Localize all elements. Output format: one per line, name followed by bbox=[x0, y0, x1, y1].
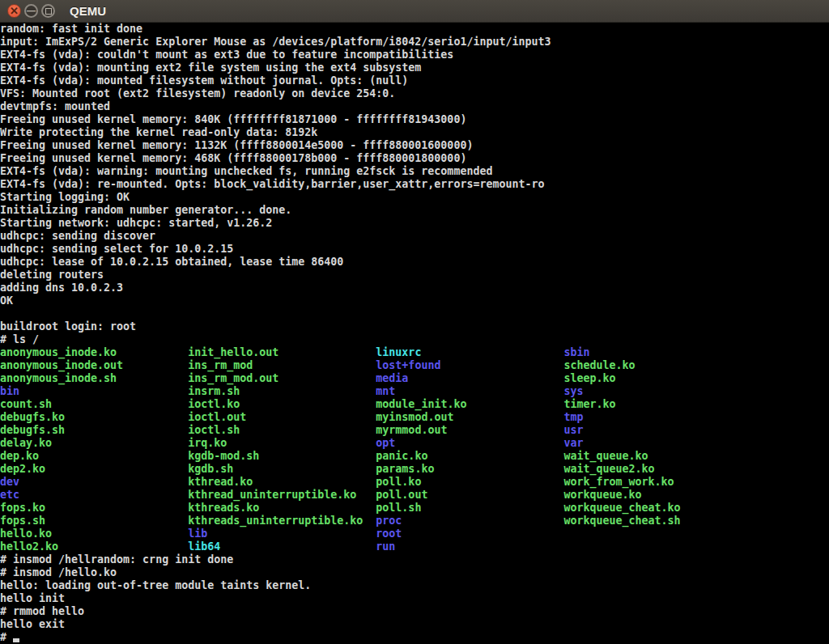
text-segment: EXT4-fs (vda): couldn't mount as ext3 du… bbox=[0, 49, 453, 61]
text-segment: adding dns 10.0.2.3 bbox=[0, 282, 123, 294]
text-segment: devtmpfs: mounted bbox=[0, 100, 110, 112]
console-log-line: deleting routers bbox=[0, 269, 829, 282]
console-log-line: input: ImExPS/2 Generic Explorer Mouse a… bbox=[0, 36, 829, 49]
text-segment: VFS: Mounted root (ext2 filesystem) read… bbox=[0, 87, 395, 100]
file-name: lib64 bbox=[188, 540, 376, 553]
file-name: params.ko bbox=[376, 463, 563, 475]
file-name: sleep.ko bbox=[564, 372, 752, 384]
file-name: run bbox=[376, 540, 563, 553]
file-name: anonymous_inode.sh bbox=[0, 372, 188, 384]
file-name: poll.sh bbox=[376, 502, 563, 514]
file-name: module_init.ko bbox=[376, 398, 563, 410]
ls-listing-row: dep.ko kgdb-mod.sh panic.ko wait_queue.k… bbox=[0, 450, 829, 463]
terminal-screen[interactable]: random: fast init doneinput: ImExPS/2 Ge… bbox=[0, 23, 829, 644]
text-segment: udhcpc: sending select for 10.0.2.15 bbox=[0, 243, 233, 255]
ls-listing-row: bin insrm.sh mnt sys bbox=[0, 385, 829, 398]
ls-listing-row: debugfs.ko ioctl.out myinsmod.out tmp bbox=[0, 411, 829, 424]
text-segment: Freeing unused kernel memory: 468K (ffff… bbox=[0, 152, 466, 164]
file-name: delay.ko bbox=[0, 437, 188, 449]
prompt-line: # bbox=[0, 631, 829, 644]
file-name: opt bbox=[376, 437, 563, 449]
file-name: mnt bbox=[376, 385, 563, 397]
text-segment: Starting network: udhcpc: started, v1.26… bbox=[0, 217, 272, 229]
console-log-line: Freeing unused kernel memory: 840K (ffff… bbox=[0, 113, 829, 126]
console-log-line: adding dns 10.0.2.3 bbox=[0, 282, 829, 294]
console-log-line: udhcpc: lease of 10.0.2.15 obtained, lea… bbox=[0, 256, 829, 269]
file-name: timer.ko bbox=[564, 398, 752, 410]
console-log-line: Freeing unused kernel memory: 468K (ffff… bbox=[0, 152, 829, 165]
text-segment: buildroot login: root bbox=[0, 320, 136, 333]
maximize-button[interactable] bbox=[41, 4, 55, 18]
file-name: dev bbox=[0, 476, 188, 488]
text-segment: Starting logging: OK bbox=[0, 191, 130, 203]
console-log-line: VFS: Mounted root (ext2 filesystem) read… bbox=[0, 87, 829, 100]
console-log-line: EXT4-fs (vda): re-mounted. Opts: block_v… bbox=[0, 178, 829, 191]
console-log-line: # insmod /hellrandom: crng init done bbox=[0, 553, 829, 566]
text-segment: # rmmod hello bbox=[0, 605, 84, 617]
minimize-button[interactable]: — bbox=[24, 4, 38, 18]
ls-listing-row: debugfs.sh ioctl.sh myrmmod.out usr bbox=[0, 424, 829, 437]
file-name: count.sh bbox=[0, 398, 188, 410]
ls-listing-row: fops.ko kthreads.ko poll.sh workqueue_ch… bbox=[0, 502, 829, 515]
text-segment: OK bbox=[0, 294, 13, 307]
text-segment: EXT4-fs (vda): warning: mounting uncheck… bbox=[0, 165, 492, 177]
file-name: dep2.ko bbox=[0, 463, 188, 475]
file-name: debugfs.ko bbox=[0, 411, 188, 423]
text-segment: udhcpc: lease of 10.0.2.15 obtained, lea… bbox=[0, 256, 343, 268]
file-name: sbin bbox=[564, 346, 752, 358]
text-segment: hello: loading out-of-tree module taints… bbox=[0, 579, 311, 591]
close-button[interactable]: ✕ bbox=[7, 4, 21, 18]
qemu-window: ✕ — QEMU random: fast init doneinput: Im… bbox=[0, 0, 829, 644]
console-log-line: # insmod /hello.ko bbox=[0, 566, 829, 579]
console-log-line: hello: loading out-of-tree module taints… bbox=[0, 579, 829, 592]
file-name: kgdb-mod.sh bbox=[188, 450, 376, 462]
file-name: hello.ko bbox=[0, 527, 188, 540]
file-name: init_hello.out bbox=[188, 346, 376, 358]
file-name: panic.ko bbox=[376, 450, 563, 462]
file-name: anonymous_inode.out bbox=[0, 359, 188, 371]
text-segment: hello init bbox=[0, 592, 65, 604]
text-segment: Freeing unused kernel memory: 840K (ffff… bbox=[0, 113, 466, 125]
file-name: insrm.sh bbox=[188, 385, 376, 397]
ls-listing-row: anonymous_inode.sh ins_rm_mod.out media … bbox=[0, 372, 829, 385]
console-log-line: udhcpc: sending select for 10.0.2.15 bbox=[0, 243, 829, 256]
file-name: work_from_work.ko bbox=[564, 476, 752, 488]
ls-listing-row: fops.sh kthreads_uninterruptible.ko proc… bbox=[0, 515, 829, 527]
file-name: debugfs.sh bbox=[0, 424, 188, 436]
text-segment: input: ImExPS/2 Generic Explorer Mouse a… bbox=[0, 36, 551, 48]
file-name: wait_queue2.ko bbox=[564, 463, 752, 475]
file-name: lost+found bbox=[376, 359, 563, 371]
file-name: wait_queue.ko bbox=[564, 450, 752, 462]
text-segment: # insmod /hellrandom: crng init done bbox=[0, 553, 233, 566]
file-name: hello2.ko bbox=[0, 540, 188, 553]
file-name: kthread_uninterruptible.ko bbox=[188, 489, 376, 501]
file-name: workqueue_cheat.sh bbox=[564, 515, 752, 527]
console-log-line: # ls / bbox=[0, 333, 829, 346]
ls-listing-row: anonymous_inode.out ins_rm_mod lost+foun… bbox=[0, 359, 829, 372]
file-name: myinsmod.out bbox=[376, 411, 563, 423]
file-name: ioctl.ko bbox=[188, 398, 376, 410]
console-log-line: # rmmod hello bbox=[0, 605, 829, 618]
console-log-line: random: fast init done bbox=[0, 23, 829, 36]
file-name: workqueue_cheat.ko bbox=[564, 502, 752, 514]
console-log-line: EXT4-fs (vda): mounting ext2 file system… bbox=[0, 61, 829, 74]
text-segment: # insmod /hello.ko bbox=[0, 566, 117, 578]
file-name: ins_rm_mod.out bbox=[188, 372, 376, 384]
file-name: anonymous_inode.ko bbox=[0, 346, 188, 358]
ls-listing-row: count.sh ioctl.ko module_init.ko timer.k… bbox=[0, 398, 829, 411]
file-name: linuxrc bbox=[376, 346, 563, 358]
file-name: poll.ko bbox=[376, 476, 563, 488]
console-log-line: EXT4-fs (vda): couldn't mount as ext3 du… bbox=[0, 49, 829, 61]
console-log-line: Starting network: udhcpc: started, v1.26… bbox=[0, 217, 829, 230]
file-name: etc bbox=[0, 489, 188, 501]
file-name: ioctl.out bbox=[188, 411, 376, 423]
console-log-line bbox=[0, 307, 829, 320]
file-name: ins_rm_mod bbox=[188, 359, 376, 371]
ls-listing-row: delay.ko irq.ko opt var bbox=[0, 437, 829, 450]
file-name: sys bbox=[564, 385, 752, 397]
text-segment: # ls / bbox=[0, 333, 39, 345]
file-name: poll.out bbox=[376, 489, 563, 501]
text-segment: deleting routers bbox=[0, 269, 104, 281]
ls-listing-row: dep2.ko kgdb.sh params.ko wait_queue2.ko bbox=[0, 463, 829, 476]
file-name: lib bbox=[188, 527, 376, 540]
